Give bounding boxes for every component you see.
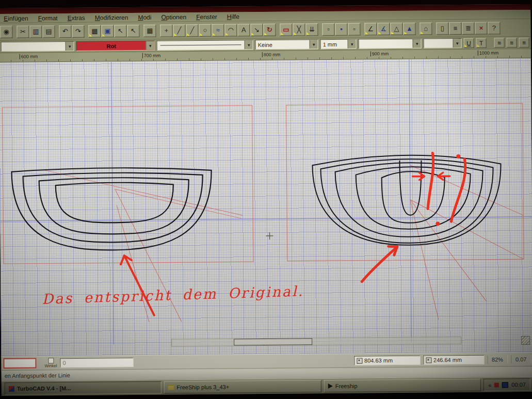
undo-button[interactable]: ↶ (59, 25, 71, 37)
color-combo-value: Rot (77, 42, 146, 49)
text-button[interactable]: A (237, 24, 250, 36)
export-button[interactable]: ⌂ (420, 22, 432, 35)
tray-app-icon-red[interactable] (494, 382, 499, 387)
properties-icon: ▦ (147, 27, 153, 34)
red-dot-2 (436, 221, 440, 226)
align-center-button[interactable]: ≡ (507, 38, 517, 47)
style-combo[interactable]: ▾ (1, 41, 74, 52)
menu-modifizieren[interactable]: Modifizieren (95, 14, 128, 22)
left-hull-sections (12, 167, 212, 251)
properties-button[interactable]: ▦ (143, 24, 156, 37)
text-style-button[interactable]: T (476, 38, 487, 48)
align-left-button[interactable]: ≡ (494, 38, 505, 47)
delete-icon: × (479, 25, 483, 31)
curve-button[interactable]: ≈ (212, 24, 224, 36)
resize-button[interactable]: ↘ (250, 24, 263, 36)
measure-angle-button[interactable]: ∡ (377, 23, 390, 35)
align-right-icon: ≡ (522, 39, 526, 46)
transform-button[interactable]: ▪ (335, 23, 347, 35)
selection-frame-button[interactable]: ▫ (322, 23, 334, 35)
measure-area-button[interactable]: △ (390, 22, 402, 35)
insert-point-icon: + (165, 27, 169, 34)
new-window-button[interactable]: ▯ (436, 22, 448, 35)
rotate-button[interactable]: ↻ (263, 23, 276, 36)
select-edit-icon: ↖ (131, 27, 136, 34)
chevron-down-icon: ▾ (453, 39, 461, 47)
dimension-button[interactable]: ⇊ (305, 23, 318, 36)
undo-icon: ↶ (62, 28, 68, 35)
resize-icon: ↘ (254, 26, 260, 33)
redo-button[interactable]: ↷ (72, 25, 84, 37)
menu-fenster[interactable]: Fenster (196, 13, 217, 20)
style-combo-value (2, 46, 66, 47)
copy-button[interactable]: ▥ (29, 25, 42, 38)
view-3d-button[interactable]: ▲ (403, 22, 415, 35)
paste-button[interactable]: ▤ (42, 25, 55, 38)
color-combo[interactable]: Rot ▾ (76, 41, 155, 51)
menu-optionen[interactable]: Optionen (161, 13, 186, 21)
x-coordinate-field[interactable]: 804.63 mm (354, 356, 420, 365)
circle-button[interactable]: ○ (199, 24, 211, 36)
view-3d-icon: ▲ (406, 25, 413, 32)
cut-button[interactable]: ✂ (17, 25, 29, 38)
winkel-input[interactable]: 0 (60, 358, 133, 368)
zoom-level: 82% (487, 355, 508, 363)
text-style-icon: T (479, 39, 483, 46)
taskbar-item-freeship[interactable]: Freeship (324, 379, 481, 392)
redraw-button[interactable]: ▣ (101, 25, 114, 37)
delete-button[interactable]: × (475, 22, 487, 34)
prompt-text: en Anfangspunkt der Linie (5, 372, 70, 379)
menu-einfuegen[interactable]: Einfügen (4, 14, 28, 22)
menu-hilfe[interactable]: Hilfe (227, 13, 239, 20)
redo-icon: ↷ (75, 28, 81, 35)
send-to-back-icon: ▩ (91, 28, 98, 35)
align-right-button[interactable]: ≡ (519, 38, 529, 47)
list-icon: ≡ (454, 25, 458, 31)
resize-grip-icon[interactable] (521, 336, 530, 345)
zoom-level-value: 82% (492, 356, 503, 362)
linestyle-combo[interactable]: ▾ (157, 40, 253, 50)
fontsize-combo[interactable]: ▾ (424, 38, 462, 49)
new-window-icon: ▯ (441, 25, 444, 31)
copy-icon: ▥ (33, 28, 39, 35)
line-single-button[interactable]: ╱ (173, 24, 185, 37)
select-edit-button[interactable]: ↖ (127, 24, 139, 37)
tray-chevron-icon[interactable]: « (488, 382, 491, 388)
list-button[interactable]: ≡ (449, 22, 461, 35)
taskbar-item-freeship-folder[interactable]: FreeShip plus 3_43+ (164, 380, 321, 393)
context-help-button[interactable]: ? (488, 22, 500, 34)
underline-button[interactable]: U (464, 38, 474, 48)
winkel-toggle[interactable]: Winkel (44, 358, 57, 368)
layers-icon: ≣ (465, 25, 471, 31)
scrollbar-thumb[interactable] (234, 338, 312, 345)
coordinate-input-active[interactable] (3, 358, 36, 369)
layers-button[interactable]: ≣ (462, 22, 474, 34)
menu-format[interactable]: Format (38, 14, 58, 22)
menu-modi[interactable]: Modi (138, 13, 151, 21)
send-to-back-button[interactable]: ▩ (88, 25, 101, 37)
y-coordinate-field[interactable]: 246.64 mm (423, 355, 484, 365)
line-multi-button[interactable]: ╱ (186, 24, 198, 37)
select-icon: ↖ (118, 27, 123, 34)
open-tool-button[interactable]: ◉ (0, 25, 12, 38)
checkbox-icon[interactable] (48, 358, 54, 363)
chevron-down-icon: ▾ (245, 40, 253, 49)
select-button[interactable]: ↖ (114, 25, 126, 37)
winkel-label: Winkel (44, 364, 57, 368)
rectangle-button[interactable]: ▭ (280, 23, 292, 36)
line-multi-icon: ╱ (190, 27, 194, 34)
measure-distance-button[interactable]: ∠ (364, 23, 377, 35)
node-edit-button[interactable]: ▫ (348, 23, 360, 35)
circle-icon: ○ (203, 27, 207, 34)
chevron-down-icon: ▾ (66, 42, 74, 51)
pattern-combo[interactable]: Keine ▾ (255, 39, 318, 50)
cross-line-button[interactable]: ╳ (293, 23, 305, 36)
drawing-canvas[interactable]: Das entspricht dem Original. (0, 58, 532, 356)
linewidth-combo[interactable]: 1 mm ▾ (320, 39, 357, 50)
insert-point-button[interactable]: + (160, 24, 172, 37)
font-combo[interactable]: ▾ (359, 39, 422, 49)
arc-button[interactable]: ◠ (224, 24, 237, 36)
taskbar-item-turbocad[interactable]: TurboCAD V.4 - [M... (5, 381, 162, 395)
menu-extras[interactable]: Extras (68, 14, 85, 21)
tray-app-icon-blue[interactable] (502, 382, 508, 388)
